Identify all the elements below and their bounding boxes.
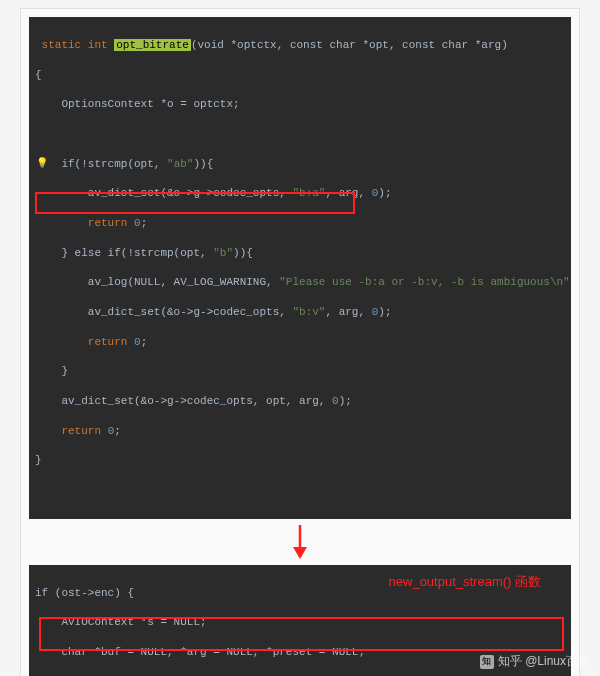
code: ); bbox=[378, 187, 391, 199]
code-line: return 0; bbox=[35, 216, 563, 231]
code-line: av_log(NULL, AV_LOG_WARNING, "Please use… bbox=[35, 275, 563, 290]
bulb-icon: 💡 bbox=[36, 157, 48, 171]
code: , arg, bbox=[325, 306, 371, 318]
code-line: 💡 if(!strcmp(opt, "ab")){ bbox=[35, 157, 563, 172]
code: ; bbox=[141, 217, 148, 229]
number: 0 bbox=[134, 336, 141, 348]
code-line: av_dict_set(&o->g->codec_opts, "b:v", ar… bbox=[35, 305, 563, 320]
code: } else if(!strcmp(opt, bbox=[35, 247, 213, 259]
number: 0 bbox=[332, 395, 339, 407]
code-line: OptionsContext *o = optctx; bbox=[35, 97, 563, 112]
code: )){ bbox=[233, 247, 253, 259]
code: ); bbox=[339, 395, 352, 407]
code-line: av_dict_set(&o->g->codec_opts, "b:a", ar… bbox=[35, 186, 563, 201]
string: "Please use -b:a or -b:v, -b is ambiguou… bbox=[279, 276, 569, 288]
code-line: } else if(!strcmp(opt, "b")){ bbox=[35, 246, 563, 261]
code: av_log(NULL, AV_LOG_WARNING, bbox=[35, 276, 279, 288]
code: ); bbox=[378, 306, 391, 318]
keyword: return bbox=[35, 425, 108, 437]
code-line: if (ost->enc) { bbox=[35, 586, 563, 601]
number: 0 bbox=[134, 217, 141, 229]
string: "b:v" bbox=[292, 306, 325, 318]
watermark: 知 知乎 @Linux百里 bbox=[480, 653, 590, 670]
code-line: } bbox=[35, 364, 563, 379]
code: ; bbox=[141, 336, 148, 348]
code: av_dict_set(&o->g->codec_opts, opt, arg, bbox=[35, 395, 332, 407]
code: ); bbox=[570, 276, 571, 288]
code-line: } bbox=[35, 453, 563, 468]
keyword: return bbox=[35, 336, 134, 348]
params: (void *optctx, const char *opt, const ch… bbox=[191, 39, 508, 51]
string: "b" bbox=[213, 247, 233, 259]
code-line: return 0; bbox=[35, 424, 563, 439]
code: , arg, bbox=[325, 187, 371, 199]
code: av_dict_set(&o->g->codec_opts, bbox=[35, 187, 292, 199]
code-block-1: static int opt_bitrate(void *optctx, con… bbox=[29, 17, 571, 519]
code: av_dict_set(&o->g->codec_opts, bbox=[35, 306, 292, 318]
code: if(!strcmp(opt, bbox=[35, 158, 167, 170]
code-line: { bbox=[35, 68, 563, 83]
string: "ab" bbox=[167, 158, 193, 170]
keyword: return bbox=[35, 217, 134, 229]
code: )){ bbox=[193, 158, 213, 170]
code-line: return 0; bbox=[35, 335, 563, 350]
string: "b:a" bbox=[292, 187, 325, 199]
diagram-frame: static int opt_bitrate(void *optctx, con… bbox=[20, 8, 580, 676]
keyword: static bbox=[42, 39, 82, 51]
code-line: AVIOContext *s = NULL; bbox=[35, 615, 563, 630]
watermark-text: 知乎 @Linux百里 bbox=[498, 653, 590, 670]
code-line: static int opt_bitrate(void *optctx, con… bbox=[35, 38, 563, 53]
code-line bbox=[35, 127, 563, 142]
svg-marker-1 bbox=[293, 547, 307, 559]
code: ; bbox=[114, 425, 121, 437]
arrow-down-icon bbox=[290, 525, 310, 559]
code-line: av_dict_set(&o->g->codec_opts, opt, arg,… bbox=[35, 394, 563, 409]
zhihu-icon: 知 bbox=[480, 655, 494, 669]
type: int bbox=[88, 39, 108, 51]
function-name-highlight: opt_bitrate bbox=[114, 39, 191, 51]
